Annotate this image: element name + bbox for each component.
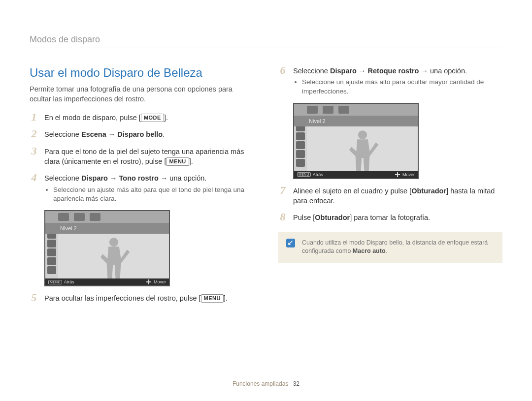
step-number: 2 <box>30 128 38 139</box>
step-2: 2 Seleccione Escena → Disparo bello. <box>30 129 254 139</box>
step-text: . <box>163 130 165 138</box>
steps-list-left-cont: 5 Para ocultar las imperfecciones del ro… <box>30 293 254 303</box>
person-silhouette-icon <box>92 234 136 278</box>
note-box: Cuando utiliza el modo Disparo bello, la… <box>278 232 502 263</box>
step-text: → <box>106 130 118 138</box>
sidebar-icon <box>296 150 305 158</box>
sidebar-icon <box>47 266 56 274</box>
step-6: 6 Seleccione Disparo → Retoque rostro → … <box>278 66 502 96</box>
person-silhouette-icon <box>340 127 385 171</box>
breadcrumb: Modos de disparo <box>30 34 502 45</box>
step-text: ]. <box>164 114 168 122</box>
camera-footer: MENU Atrás Mover <box>294 171 418 178</box>
note-text-b: . <box>386 247 387 254</box>
step-text: ]. <box>189 157 193 165</box>
note-icon <box>286 239 295 247</box>
step-8: 8 Pulse [Obturador] para tomar la fotogr… <box>278 213 502 222</box>
level-label: Nivel 2 <box>309 118 326 124</box>
divider <box>30 48 502 48</box>
note-text: Cuando utiliza el modo Disparo bello, la… <box>302 239 495 256</box>
step-text: ] para tomar la fotografía. <box>350 214 430 221</box>
camera-level-row: Nivel 2 <box>45 223 169 234</box>
nav-cross-icon <box>395 172 400 177</box>
step-text: Seleccione <box>293 67 330 75</box>
sidebar-icon <box>47 240 56 247</box>
footer-move-label: Mover <box>154 279 166 284</box>
step-number: 7 <box>278 185 287 206</box>
step-bold: Obturador <box>315 214 350 221</box>
step-text: → <box>357 67 368 75</box>
top-icon <box>74 213 85 221</box>
camera-viewport <box>307 126 418 171</box>
top-icon <box>323 106 333 114</box>
note-glyph-icon <box>288 240 294 246</box>
step-number: 1 <box>30 112 38 123</box>
sidebar-icon <box>296 132 305 140</box>
step-text: ]. <box>224 294 228 302</box>
camera-viewport <box>58 234 169 278</box>
footer-page-number: 32 <box>293 380 299 387</box>
step-text: Alinee el sujeto en el cuadro y pulse [ <box>293 187 411 195</box>
step-bold: Disparo bello <box>117 130 163 138</box>
step-text: En el modo de disparo, pulse [ <box>44 114 141 122</box>
camera-level-row: Nivel 2 <box>294 116 418 126</box>
step-1: 1 En el modo de disparo, pulse [MODE]. <box>30 113 254 123</box>
note-text-a: Cuando utiliza el modo Disparo bello, la… <box>302 239 488 255</box>
intro-text: Permite tomar una fotografía de una pers… <box>30 85 254 104</box>
step-bold: Tono rostro <box>119 174 159 182</box>
left-column: Usar el modo Disparo de Belleza Permite … <box>30 66 254 310</box>
step-3: 3 Para que el tono de la piel del sujeto… <box>30 147 254 167</box>
step-bold: Obturador <box>411 187 446 195</box>
menu-key: MENU <box>166 157 189 166</box>
top-icon <box>307 106 318 114</box>
footer-back-label: Atrás <box>64 279 74 284</box>
sidebar-icon <box>47 248 56 256</box>
sidebar-icon <box>296 141 305 149</box>
step-bullet: Seleccione un ajuste más alto para ocult… <box>302 78 502 95</box>
level-label: Nivel 2 <box>60 225 77 231</box>
step-text: → una opción. <box>419 67 467 75</box>
svg-point-0 <box>109 238 118 247</box>
step-bold: Disparo <box>330 67 357 75</box>
step-bullet: Seleccione un ajuste más alto para que e… <box>53 185 254 203</box>
sidebar-icon <box>296 159 305 167</box>
nav-cross-icon <box>146 279 151 284</box>
camera-ui-illustration: Nivel 2 MENU Atrás Mover <box>293 103 419 179</box>
step-number: 6 <box>278 65 287 96</box>
step-bold: Escena <box>81 130 106 138</box>
step-text: → <box>108 174 119 182</box>
step-4: 4 Seleccione Disparo → Tono rostro → una… <box>30 173 254 203</box>
step-text: Seleccione <box>44 130 81 138</box>
step-number: 5 <box>30 292 38 303</box>
content-columns: Usar el modo Disparo de Belleza Permite … <box>30 66 502 310</box>
camera-ui-illustration: Nivel 2 MENU Atrás Mover <box>44 210 170 286</box>
footer-back-label: Atrás <box>313 172 323 177</box>
camera-footer: MENU Atrás Mover <box>45 278 169 285</box>
page-footer: Funciones ampliadas 32 <box>0 380 532 387</box>
step-7: 7 Alinee el sujeto en el cuadro y pulse … <box>278 186 502 206</box>
footer-section: Funciones ampliadas <box>233 380 288 387</box>
svg-point-1 <box>358 130 367 139</box>
steps-list-right-cont: 7 Alinee el sujeto en el cuadro y pulse … <box>278 186 502 223</box>
camera-topbar <box>45 211 169 223</box>
step-bold: Retoque rostro <box>368 67 419 75</box>
step-number: 8 <box>278 212 287 222</box>
camera-topbar <box>294 104 418 116</box>
footer-menu-key: MENU <box>48 280 62 284</box>
sidebar-icon <box>47 257 56 265</box>
footer-move-label: Mover <box>402 172 415 177</box>
step-text: Pulse [ <box>293 214 315 221</box>
step-text: Para ocultar las imperfecciones del rost… <box>44 294 201 302</box>
step-5: 5 Para ocultar las imperfecciones del ro… <box>30 293 254 303</box>
steps-list-right: 6 Seleccione Disparo → Retoque rostro → … <box>278 66 502 96</box>
footer-menu-key: MENU <box>297 172 311 177</box>
note-bold: Macro auto <box>353 247 386 254</box>
section-title: Usar el modo Disparo de Belleza <box>30 66 254 80</box>
step-number: 3 <box>30 146 38 167</box>
top-icon <box>338 106 349 114</box>
step-text: → una opción. <box>159 174 207 182</box>
top-icon <box>90 213 100 221</box>
right-column: 6 Seleccione Disparo → Retoque rostro → … <box>278 66 502 310</box>
steps-list-left: 1 En el modo de disparo, pulse [MODE]. 2… <box>30 113 254 203</box>
step-text: Seleccione <box>44 174 81 182</box>
